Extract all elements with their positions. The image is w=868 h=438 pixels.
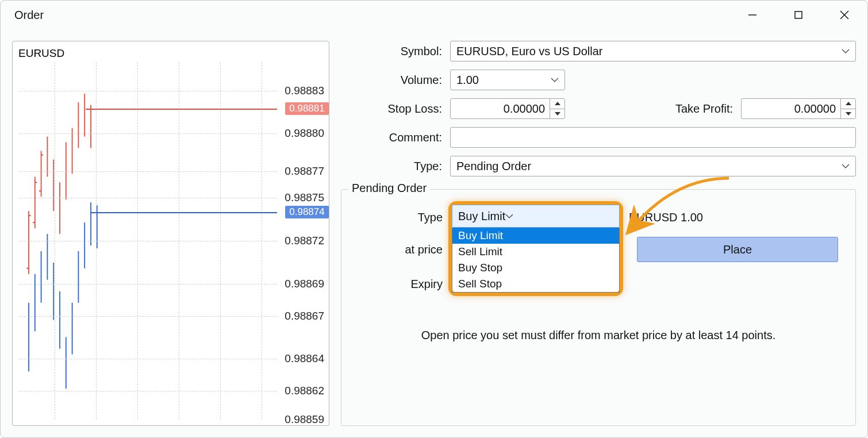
comment-input[interactable] (450, 127, 856, 148)
pending-type-options: Buy Limit Sell Limit Buy Stop Sell Stop (452, 228, 620, 293)
order-type-value: Pending Order (456, 160, 531, 173)
maximize-icon (793, 10, 804, 20)
pending-order-fieldset: Pending Order Type EURUSD 1.00 at price … (341, 189, 856, 426)
y-tick: 0.98880 (285, 127, 324, 140)
pending-type-combo[interactable]: Buy Limit (452, 205, 620, 228)
order-type-select[interactable]: Pending Order (450, 156, 856, 176)
pending-hint: Open price you set must differ from mark… (359, 329, 838, 342)
symbol-select[interactable]: EURUSD, Euro vs US Dollar (450, 41, 856, 62)
take-profit-value: 0.00000 (742, 102, 855, 116)
order-window: Order EURUSD (0, 0, 868, 438)
window-controls (729, 1, 867, 29)
pending-type-dropdown[interactable]: Buy Limit Buy Limit Sell Limit Buy Stop … (448, 201, 623, 296)
y-tick: 0.98883 (285, 84, 324, 97)
minimize-icon (747, 9, 758, 21)
volume-label: Volume: (341, 74, 450, 87)
y-tick: 0.98862 (285, 385, 324, 397)
symbol-value: EURUSD, Euro vs US Dollar (456, 45, 603, 58)
take-profit-input[interactable]: 0.00000 (741, 98, 856, 119)
pending-type-selected: Buy Limit (458, 210, 505, 223)
close-button[interactable] (821, 1, 867, 29)
chart-y-axis: 0.98883 0.98881 0.98880 0.98877 0.98875 … (282, 62, 329, 420)
chevron-down-icon (842, 48, 850, 54)
chevron-down-icon (551, 77, 559, 83)
chevron-down-icon (505, 213, 513, 219)
y-tick: 0.98869 (285, 278, 324, 290)
comment-label: Comment: (341, 131, 450, 144)
pending-price-label: at price (359, 243, 451, 256)
chart-plot-area (18, 62, 277, 420)
volume-value: 1.00 (456, 74, 479, 87)
spinner[interactable] (840, 99, 855, 118)
close-icon (839, 9, 850, 21)
y-tick: 0.98875 (285, 191, 324, 204)
svg-rect-1 (795, 11, 802, 18)
pending-order-legend: Pending Order (348, 182, 430, 195)
pending-type-option[interactable]: Buy Limit (452, 228, 619, 244)
volume-select[interactable]: 1.00 (450, 70, 565, 90)
pending-summary: EURUSD 1.00 (623, 211, 703, 224)
minimize-button[interactable] (729, 1, 775, 29)
svg-marker-34 (555, 112, 560, 116)
chart-symbol-label: EURUSD (18, 47, 64, 60)
spinner-down-icon[interactable] (550, 109, 564, 119)
chevron-down-icon (842, 163, 850, 169)
maximize-button[interactable] (775, 1, 821, 29)
place-button[interactable]: Place (637, 237, 838, 262)
symbol-label: Symbol: (341, 45, 450, 58)
y-tick: 0.98859 (285, 413, 324, 426)
spinner-down-icon[interactable] (841, 109, 855, 119)
chart-panel: EURUSD (12, 41, 329, 426)
stop-loss-input[interactable]: 0.00000 (450, 98, 565, 119)
take-profit-label: Take Profit: (675, 102, 741, 116)
spinner-up-icon[interactable] (550, 99, 564, 109)
pending-type-option[interactable]: Sell Stop (452, 276, 619, 292)
stop-loss-label: Stop Loss: (341, 102, 450, 116)
svg-marker-35 (846, 102, 851, 105)
form-panel: Symbol: EURUSD, Euro vs US Dollar Volume… (341, 41, 856, 426)
y-tick: 0.98877 (285, 165, 324, 178)
ask-price-tag: 0.98881 (285, 102, 329, 115)
y-tick: 0.98867 (285, 310, 324, 322)
svg-marker-36 (846, 112, 851, 116)
bid-price-tag: 0.98874 (285, 206, 329, 218)
place-button-label: Place (723, 243, 752, 256)
window-title: Order (14, 9, 44, 22)
pending-expiry-label: Expiry (359, 278, 451, 291)
stop-loss-value: 0.00000 (451, 102, 564, 116)
y-tick: 0.98872 (285, 235, 324, 247)
pending-type-label: Type (359, 211, 451, 224)
pending-type-option[interactable]: Buy Stop (452, 260, 619, 276)
pending-type-option[interactable]: Sell Limit (452, 244, 619, 260)
y-tick: 0.98864 (285, 352, 324, 365)
type-label: Type: (341, 160, 450, 173)
titlebar: Order (1, 1, 867, 29)
spinner[interactable] (550, 99, 564, 118)
spinner-up-icon[interactable] (841, 99, 855, 109)
svg-marker-33 (555, 102, 560, 105)
